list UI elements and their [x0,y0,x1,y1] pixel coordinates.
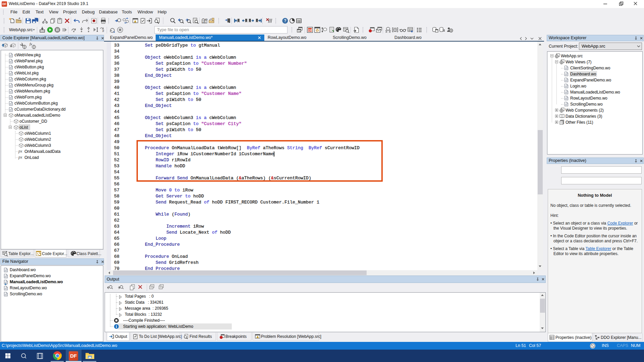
svg-text:?: ? [284,18,286,23]
svg-text:a: a [202,20,204,23]
svg-text:#: # [102,29,104,33]
svg-text:DF: DF [309,28,313,32]
svg-text:fx: fx [30,42,32,46]
svg-text:c: c [205,20,207,23]
